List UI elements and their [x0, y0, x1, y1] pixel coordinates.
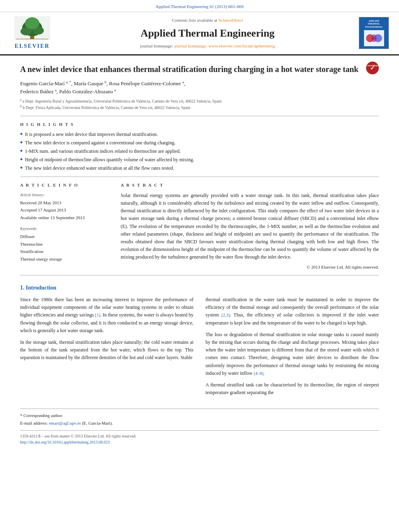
intro-left-col: Since the 1980s there has been an increa… — [20, 296, 193, 401]
article-info-column: A R T I C L E I N F O Article history: R… — [20, 182, 109, 270]
journal-header-center: Contents lists available at ScienceDirec… — [60, 17, 355, 49]
author-gutierrez: Rosa Penélope Gutiérrez-Colomer a, — [109, 80, 185, 86]
elsevier-wordmark: ELSEVIER — [15, 42, 50, 50]
available-date: Available online 13 September 2013 — [20, 214, 109, 221]
intro-para-2: In the storage tank, thermal stratificat… — [20, 339, 193, 362]
highlight-item-1: It is proposed a new inlet device that i… — [20, 131, 379, 138]
affiliation-a: a a Dept. Ingeniería Rural y Agroaliment… — [20, 98, 379, 104]
paper-title-area: ✓ CrossMark A new inlet device that enha… — [20, 64, 379, 75]
introduction-section: 1. Introduction Since the 1980s there ha… — [20, 283, 379, 401]
journal-title: Applied Thermal Engineering — [60, 25, 355, 41]
intro-para-1: Since the 1980s there has been an increa… — [20, 296, 193, 335]
email-name: (E. García-Marí). — [82, 421, 113, 425]
crossmark-icon: ✓ CrossMark — [366, 62, 379, 74]
issn-line: 1359-4311/$ – see front matter © 2013 El… — [20, 433, 379, 439]
affiliation-b: b b Dept. Física Aplicada, Universitat P… — [20, 104, 379, 111]
authors: Eugenio García-Marí a, *, María Gasque b… — [20, 80, 379, 96]
divider-2 — [20, 177, 379, 177]
article-history: Article history: Received 20 May 2013 Ac… — [20, 192, 109, 221]
highlight-item-4: Height of midpoint of thermocline allows… — [20, 156, 379, 163]
svg-text:CrossMark: CrossMark — [366, 64, 379, 67]
citation-text: Applied Thermal Engineering 61 (2013) 66… — [156, 4, 244, 9]
journal-thumb-title: APPLIEDTHERMALENGINEERING — [365, 20, 383, 29]
intro-para-5: A thermal stratified tank can be charact… — [206, 381, 379, 396]
journal-header-left: ELSEVIER — [8, 16, 56, 50]
svg-point-5 — [25, 17, 39, 29]
keywords-heading: Keywords: — [20, 226, 109, 232]
journal-thumb-graphic — [364, 30, 384, 46]
abstract-text: Solar thermal energy systems are general… — [121, 192, 379, 261]
journal-header: ELSEVIER Contents lists available at Sci… — [0, 12, 399, 55]
elsevier-tree-image — [14, 16, 50, 40]
keyword-1: Diffuser — [20, 233, 109, 240]
footnotes: * Corresponding author. E-mail address: … — [20, 409, 379, 426]
author-ibanez: Federico Ibáñez a, — [20, 88, 59, 94]
doi-line: http://dx.doi.org/10.1016/j.applthermale… — [20, 439, 379, 445]
keywords-section: Keywords: Diffuser Thermocline Stratific… — [20, 226, 109, 262]
intro-right-col: thermal stratification in the water tank… — [206, 296, 379, 401]
divider-3 — [20, 275, 379, 275]
bottom-bar: 1359-4311/$ – see front matter © 2013 El… — [20, 430, 379, 445]
journal-header-right: APPLIEDTHERMALENGINEERING — [359, 17, 391, 49]
main-content: ✓ CrossMark A new inlet device that enha… — [0, 64, 399, 454]
author-gasque: María Gasque b, — [74, 80, 109, 86]
received-date: Received 20 May 2013 — [20, 199, 109, 206]
intro-body: Since the 1980s there has been an increa… — [20, 296, 379, 401]
affiliations: a a Dept. Ingeniería Rural y Agroaliment… — [20, 98, 379, 111]
keyword-4: Thermal energy storage — [20, 256, 109, 263]
article-info-abstract: A R T I C L E I N F O Article history: R… — [20, 182, 379, 270]
keyword-3: Stratification — [20, 248, 109, 255]
divider-1 — [20, 116, 379, 116]
abstract-column: A B S T R A C T Solar thermal energy sys… — [121, 182, 379, 270]
intro-para-4: The loss or degradation of thermal strat… — [206, 331, 379, 377]
accepted-date: Accepted 17 August 2013 — [20, 207, 109, 214]
corr-author-note: * Corresponding author. — [20, 412, 379, 419]
highlights-section: H I G H L I G H T S It is proposed a new… — [20, 121, 379, 172]
intro-para-3: thermal stratification in the water tank… — [206, 296, 379, 327]
copyright-text: © 2013 Elsevier Ltd. All rights reserved… — [121, 264, 379, 271]
article-info-heading: A R T I C L E I N F O — [20, 182, 109, 189]
highlight-item-3: 1-MIX num. and various stratification in… — [20, 148, 379, 155]
svg-point-10 — [372, 34, 376, 42]
email-address[interactable]: emari@agf.upv.es — [49, 421, 81, 425]
keyword-2: Thermocline — [20, 241, 109, 248]
author-gonzalez: Pablo González-Altozano a — [59, 88, 116, 94]
crossmark: ✓ CrossMark — [366, 62, 379, 74]
highlight-item-5: The new inlet device enhanced water stra… — [20, 164, 379, 172]
journal-citation: Applied Thermal Engineering 61 (2013) 66… — [0, 0, 399, 12]
highlights-heading: H I G H L I G H T S — [20, 121, 379, 128]
highlight-item-2: The new inlet device is compared against… — [20, 139, 379, 146]
email-line: E-mail address: emari@agf.upv.es (E. Gar… — [20, 420, 379, 427]
elsevier-logo: ELSEVIER — [8, 16, 56, 50]
history-heading: Article history: — [20, 192, 109, 198]
doi-link[interactable]: http://dx.doi.org/10.1016/j.applthermale… — [20, 440, 110, 444]
author-garcia: Eugenio García-Marí a, *, — [20, 80, 74, 86]
journal-homepage: journal homepage: journal homepage: www.… — [60, 43, 355, 49]
email-label: E-mail address: — [20, 421, 48, 425]
homepage-link[interactable]: journal homepage: www.elsevier.com/locat… — [174, 43, 275, 48]
sciencedirect-link[interactable]: ScienceDirect — [218, 18, 243, 23]
abstract-heading: A B S T R A C T — [121, 182, 379, 189]
paper-title: A new inlet device that enhances thermal… — [20, 64, 379, 75]
intro-heading: 1. Introduction — [20, 283, 379, 292]
journal-thumbnail: APPLIEDTHERMALENGINEERING — [359, 17, 389, 49]
sciencedirect-line: Contents lists available at ScienceDirec… — [60, 17, 355, 24]
